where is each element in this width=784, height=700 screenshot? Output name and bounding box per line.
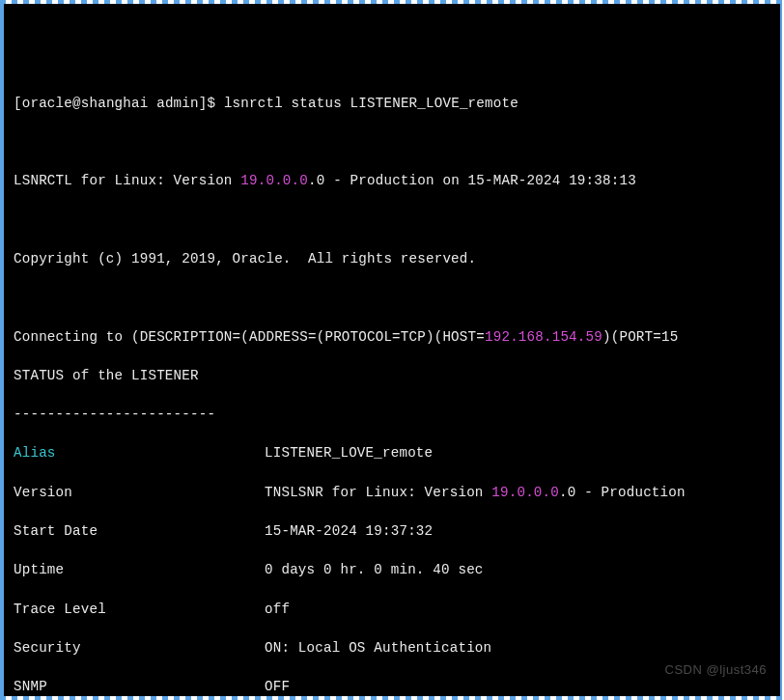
terminal-line: [oracle@shanghai admin]$ lsnrctl status … (14, 94, 770, 113)
alias-value: LISTENER_LOVE_remote (265, 445, 433, 461)
status-heading: STATUS of the LISTENER (14, 366, 770, 385)
kv-security: SecurityON: Local OS Authentication (14, 638, 770, 658)
product-line: LSNRCTL for Linux: Version 19.0.0.0.0 - … (14, 171, 770, 190)
command-text[interactable]: lsnrctl status LISTENER_LOVE_remote (224, 96, 518, 111)
kv-trace: Trace Leveloff (14, 600, 770, 619)
blank-line (14, 132, 770, 152)
kv-version: VersionTNSLSNR for Linux: Version 19.0.0… (14, 483, 770, 502)
kv-snmp: SNMPOFF (14, 677, 770, 696)
version-number: 19.0.0.0 (240, 173, 308, 188)
connecting-line: Connecting to (DESCRIPTION=(ADDRESS=(PRO… (14, 327, 770, 347)
kv-start-date: Start Date15-MAR-2024 19:37:32 (14, 521, 770, 541)
divider-line: ------------------------ (14, 405, 770, 424)
blank-line (14, 288, 770, 307)
shell-prompt: [oracle@shanghai admin]$ (14, 96, 224, 111)
copyright-line: Copyright (c) 1991, 2019, Oracle. All ri… (14, 249, 770, 268)
kv-alias: AliasLISTENER_LOVE_remote (14, 443, 770, 462)
watermark: CSDN @ljust346 (665, 661, 767, 679)
host-ip: 192.168.154.59 (485, 329, 602, 345)
kv-uptime: Uptime0 days 0 hr. 0 min. 40 sec (14, 560, 770, 579)
blank-line (14, 210, 770, 230)
alias-label: Alias (14, 443, 265, 462)
